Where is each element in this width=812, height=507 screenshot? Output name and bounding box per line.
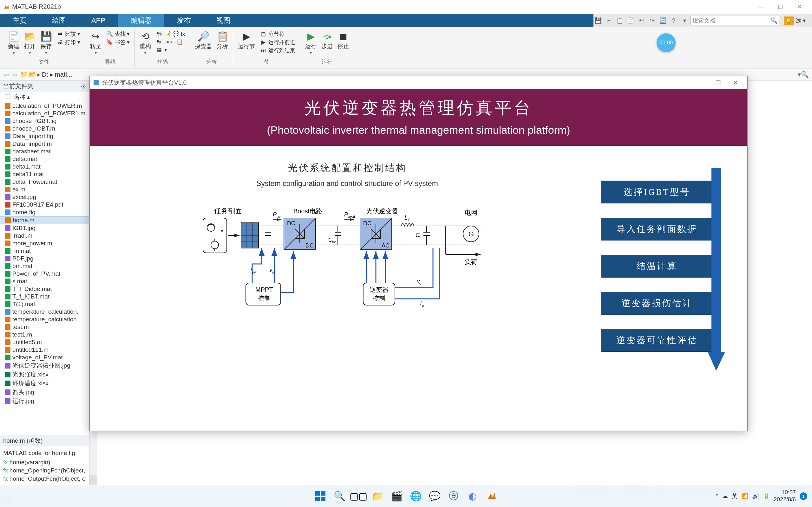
dropdown-icon[interactable]: ▾ xyxy=(680,16,689,25)
ribbon-subitem-1-0[interactable]: 🔍查找 ▾ xyxy=(106,31,130,38)
ribbon-subitem-0-1[interactable]: 🖨打印 ▾ xyxy=(56,39,80,46)
file-item[interactable]: home.m xyxy=(0,216,89,224)
copy-icon[interactable]: 📋 xyxy=(615,16,624,25)
file-item[interactable]: choose_IGBT.fig xyxy=(0,117,89,125)
file-item[interactable]: choose_IGBT.m xyxy=(0,125,89,132)
file-item[interactable]: temperature_calculation. xyxy=(0,308,89,316)
file-item[interactable]: PDF.jpg xyxy=(0,255,89,262)
ribbon-button-1-0[interactable]: ↪转至▾ xyxy=(90,31,101,55)
gui-action-button-2[interactable]: 结温计算 xyxy=(601,255,712,278)
tray-notifications-icon[interactable]: 1 xyxy=(800,493,807,500)
help-icon[interactable]: ? xyxy=(669,16,678,25)
search-taskbar-icon[interactable]: 🔍 xyxy=(332,489,347,504)
file-item[interactable]: T_f_IGBT.mat xyxy=(0,293,89,300)
file-item[interactable]: IGBT.jpg xyxy=(0,224,89,232)
file-item[interactable]: FF1000R17IE4.pdf xyxy=(0,201,89,209)
file-item[interactable]: 光照强度.xlsx xyxy=(0,370,89,379)
gui-maximize-button[interactable]: ☐ xyxy=(709,77,727,89)
ribbon-subitem-4-0[interactable]: ▢分节符 xyxy=(260,31,295,38)
file-item[interactable]: 环境温度.xlsx xyxy=(0,379,89,388)
minimize-button[interactable]: — xyxy=(752,1,771,13)
edge2-icon[interactable]: ⓔ xyxy=(446,489,461,504)
tray-ime-label[interactable]: 英 xyxy=(732,493,738,500)
toolstrip-tab-0[interactable]: 主页 xyxy=(0,14,39,27)
file-item[interactable]: irradi.m xyxy=(0,232,89,239)
gui-close-button[interactable]: ✕ xyxy=(727,77,744,89)
file-item[interactable]: pm.mat xyxy=(0,262,89,270)
close-button[interactable]: ✕ xyxy=(790,1,809,13)
paste-icon[interactable]: 📄 xyxy=(626,16,635,25)
switch-icon[interactable]: 🔄 xyxy=(658,16,668,25)
function-item[interactable]: fxhome_OutputFcn(hObject, eventdata, han… xyxy=(3,475,86,483)
gui-action-button-0[interactable]: 选择IGBT型号 xyxy=(601,181,712,204)
toolstrip-tab-4[interactable]: 发布 xyxy=(164,14,204,27)
recording-timer-badge[interactable]: 00:00 xyxy=(657,33,676,52)
file-item[interactable]: Data_import.fig xyxy=(0,132,89,140)
toolstrip-tab-5[interactable]: 视图 xyxy=(204,14,243,27)
file-item[interactable]: 光伏逆变器拓扑图.jpg xyxy=(0,361,89,370)
cut-icon[interactable]: ✂ xyxy=(604,16,614,25)
tray-clock[interactable]: 10:07 2022/8/6 xyxy=(774,489,796,503)
ribbon-button-0-0[interactable]: 📄新建▾ xyxy=(8,31,19,55)
ribbon-subitem-4-1[interactable]: ▶运行并前进 xyxy=(260,39,295,46)
ribbon-button-0-1[interactable]: 📂打开▾ xyxy=(24,31,36,55)
undo-icon[interactable]: ↶ xyxy=(637,16,646,25)
toolstrip-tab-2[interactable]: APP xyxy=(79,14,118,27)
ribbon-button-5-0[interactable]: ▶运行▾ xyxy=(305,31,316,55)
file-item[interactable]: 运行.jpg xyxy=(0,397,89,406)
file-item[interactable]: more_power.m xyxy=(0,239,89,247)
user-account[interactable]: 🔔 远 ▾ xyxy=(780,16,809,25)
panel-menu-icon[interactable]: ⊙ xyxy=(81,83,86,90)
ribbon-button-2-0[interactable]: ⟲重构▾ xyxy=(140,31,151,55)
ribbon-button-5-1[interactable]: ⤼步进 xyxy=(321,31,333,50)
file-item[interactable]: test.m xyxy=(0,323,89,331)
maximize-button[interactable]: ☐ xyxy=(771,1,790,13)
ribbon-subitem-2-0[interactable]: %📝 💬 fx xyxy=(156,31,185,38)
wechat-icon[interactable]: 💬 xyxy=(427,489,442,504)
file-item[interactable]: temperature_calculation. xyxy=(0,316,89,323)
file-item[interactable]: test1.m xyxy=(0,331,89,338)
app-icon-1[interactable]: 🎬 xyxy=(389,489,404,504)
file-item[interactable]: voltage_of_PV.mat xyxy=(0,354,89,361)
save-icon[interactable]: 💾 xyxy=(594,16,603,25)
ribbon-subitem-2-2[interactable]: ▦▾ xyxy=(156,46,185,53)
ribbon-subitem-2-1[interactable]: ↹⇥ ⇤ 📋 xyxy=(156,38,185,45)
ribbon-button-5-2[interactable]: ◼停止 xyxy=(338,31,349,50)
gui-action-button-3[interactable]: 逆变器损伤估计 xyxy=(601,292,712,315)
search-docs-input[interactable]: 搜索文档 🔍 xyxy=(691,16,779,25)
file-item[interactable]: delta_Power.mat xyxy=(0,178,89,186)
explorer-icon[interactable]: 📁 xyxy=(370,489,385,504)
file-item[interactable]: untitled111.m xyxy=(0,346,89,354)
gui-action-button-1[interactable]: 导入任务剖面数据 xyxy=(601,218,712,240)
ribbon-button-3-1[interactable]: 📋分析 xyxy=(217,31,228,50)
toolstrip-tab-3[interactable]: 编辑器 xyxy=(118,14,164,27)
forward-button[interactable]: ⇨ xyxy=(10,70,19,79)
start-button[interactable] xyxy=(313,489,328,504)
file-item[interactable]: nn.mat xyxy=(0,247,89,255)
file-list[interactable]: calculation_of_POWER.mcalculation_of_POW… xyxy=(0,102,89,435)
ribbon-button-0-2[interactable]: 💾保存▾ xyxy=(40,31,52,55)
file-item[interactable]: calculation_of_POWER.m xyxy=(0,102,89,110)
file-item[interactable]: delta.mat xyxy=(0,155,89,163)
file-item[interactable]: home.fig xyxy=(0,209,89,216)
file-item[interactable]: ex.m xyxy=(0,186,89,193)
function-item[interactable]: fxhome(varargin) xyxy=(3,458,86,466)
tray-wifi-icon[interactable]: 📶 xyxy=(741,493,748,500)
splitter-handle[interactable] xyxy=(90,475,97,485)
file-item[interactable]: s.mat xyxy=(0,278,89,285)
file-item[interactable]: calculation_of_POWER1.m xyxy=(0,110,89,117)
tray-volume-icon[interactable]: 🔊 xyxy=(752,493,759,500)
tray-onedrive-icon[interactable]: ☁ xyxy=(722,493,728,500)
ribbon-subitem-0-0[interactable]: ⇄比较 ▾ xyxy=(56,31,80,38)
ribbon-button-3-0[interactable]: 🔎探查器 xyxy=(195,31,212,50)
file-item[interactable]: delta11.mat xyxy=(0,170,89,178)
browse-folder-icon[interactable]: 📂 xyxy=(28,70,37,79)
back-button[interactable]: ⇦ xyxy=(2,70,10,79)
tray-battery-icon[interactable]: 🔋 xyxy=(763,493,770,500)
file-item[interactable]: T_f_Didoe.mat xyxy=(0,285,89,293)
file-item[interactable]: datasheet.mat xyxy=(0,148,89,155)
ribbon-subitem-1-1[interactable]: 🔖书签 ▾ xyxy=(106,39,130,46)
redo-icon[interactable]: ↷ xyxy=(647,16,657,25)
toolstrip-tab-1[interactable]: 绘图 xyxy=(39,14,79,27)
file-item[interactable]: delta1.mat xyxy=(0,163,89,170)
